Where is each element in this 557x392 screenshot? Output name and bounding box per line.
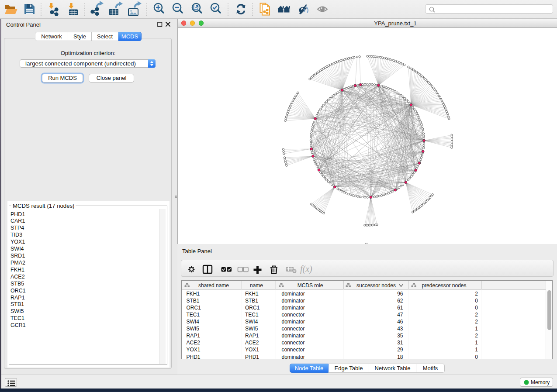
svg-text:FKH1: FKH1 [245, 291, 259, 297]
svg-text:shared name: shared name [198, 282, 229, 289]
svg-text:YOX1: YOX1 [187, 347, 201, 353]
svg-text:YOX1: YOX1 [245, 347, 259, 353]
svg-text:TEC1: TEC1 [245, 312, 259, 318]
svg-text:MCDS role: MCDS role [298, 282, 323, 289]
svg-text:ORC1: ORC1 [187, 305, 201, 311]
svg-text:ACE2: ACE2 [187, 340, 201, 346]
svg-text:dominator: dominator [282, 298, 305, 304]
svg-text:46: 46 [397, 319, 403, 325]
svg-text:dominator: dominator [282, 333, 305, 339]
svg-text:1: 1 [475, 326, 478, 332]
svg-text:SWI5: SWI5 [245, 326, 258, 332]
svg-text:2: 2 [475, 312, 478, 318]
svg-text:PHD1: PHD1 [245, 354, 259, 360]
svg-text:f(x): f(x) [300, 264, 312, 274]
svg-text:ORC1: ORC1 [245, 305, 260, 311]
svg-text:31: 31 [397, 340, 403, 346]
svg-text:TEC1: TEC1 [187, 312, 200, 318]
svg-text:43: 43 [397, 326, 403, 332]
svg-text:predecessor nodes: predecessor nodes [422, 282, 466, 289]
svg-text:61: 61 [397, 305, 403, 311]
svg-text:SWI4: SWI4 [245, 319, 258, 325]
svg-text:35: 35 [397, 333, 403, 339]
svg-text:dominator: dominator [282, 305, 305, 311]
svg-text:62: 62 [397, 298, 403, 304]
svg-text:dominator: dominator [282, 291, 305, 297]
svg-text:47: 47 [397, 312, 403, 318]
svg-text:dominator: dominator [282, 319, 305, 325]
svg-text:name: name [250, 282, 263, 289]
svg-text:2: 2 [475, 291, 478, 297]
svg-text:PHD1: PHD1 [187, 354, 201, 360]
svg-text:connector: connector [282, 340, 305, 346]
svg-text:FKH1: FKH1 [187, 291, 200, 297]
svg-text:0: 0 [475, 298, 478, 304]
svg-text:0: 0 [475, 305, 478, 311]
svg-text:0: 0 [475, 354, 478, 360]
svg-text:2: 2 [475, 333, 478, 339]
svg-text:29: 29 [397, 347, 403, 353]
svg-text:18: 18 [397, 354, 403, 360]
svg-text:connector: connector [282, 326, 305, 332]
svg-text:1: 1 [475, 340, 478, 346]
svg-text:STB1: STB1 [187, 298, 200, 304]
svg-text:connector: connector [282, 312, 305, 318]
svg-text:RAP1: RAP1 [245, 333, 259, 339]
svg-text:ACE2: ACE2 [245, 340, 259, 346]
svg-text:SWI4: SWI4 [187, 319, 200, 325]
svg-text:96: 96 [397, 291, 403, 297]
svg-text:RAP1: RAP1 [187, 333, 201, 339]
svg-text:1: 1 [475, 347, 478, 353]
svg-text:connector: connector [282, 347, 305, 353]
svg-text:dominator: dominator [282, 354, 305, 360]
svg-text:STB1: STB1 [245, 298, 258, 304]
svg-text:2: 2 [475, 319, 478, 325]
svg-text:successor nodes: successor nodes [356, 282, 396, 289]
svg-text:SWI5: SWI5 [187, 326, 200, 332]
